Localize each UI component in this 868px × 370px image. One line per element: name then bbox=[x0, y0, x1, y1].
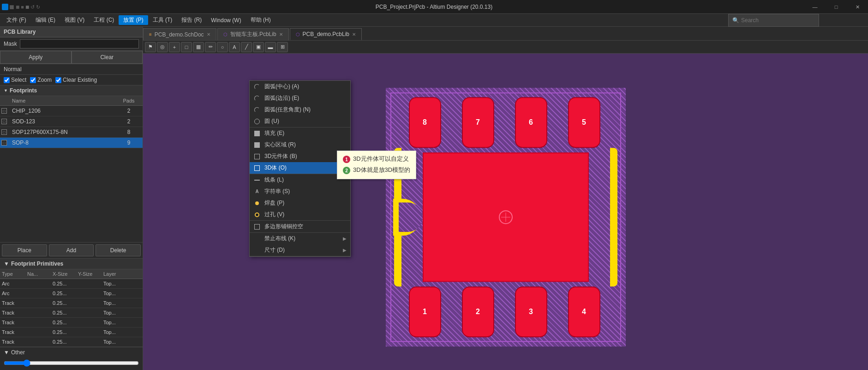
tab-pcbDemo[interactable]: ⬡ PCB_demo.PcbLib ✕ bbox=[290, 28, 362, 40]
menu-poly-copper[interactable]: 多边形铺铜控空 bbox=[250, 221, 350, 232]
minimize-btn[interactable]: — bbox=[804, 0, 826, 14]
menu-pad-label: 焊盘 (P) bbox=[264, 199, 284, 207]
table-row[interactable]: Arc 0.25... Top... bbox=[0, 279, 143, 289]
toolbar-circle[interactable]: ○ bbox=[217, 42, 228, 52]
toolbar-fill[interactable]: ▣ bbox=[253, 42, 264, 52]
pad-6: 6 bbox=[515, 97, 547, 148]
menu-dimension[interactable]: 尺寸 (D) ▶ bbox=[250, 244, 350, 256]
window-controls[interactable]: — □ ✕ bbox=[804, 0, 868, 14]
menu-project[interactable]: 工程 (C) bbox=[89, 15, 119, 25]
tab-schDoc[interactable]: ≡ PCB_demo.SchDoc ✕ bbox=[143, 28, 216, 40]
table-row[interactable]: Track 0.25... Top... bbox=[0, 328, 143, 337]
prim-ysize bbox=[76, 280, 102, 287]
menu-3d-body-custom[interactable]: 3D元件体 (B) bbox=[250, 151, 350, 162]
menu-no-route[interactable]: 禁止布线 (K) ▶ bbox=[250, 233, 350, 244]
clear-existing-option[interactable]: Clear Existing bbox=[55, 77, 97, 83]
tab-pcbLib-close[interactable]: ✕ bbox=[279, 32, 283, 37]
clear-existing-checkbox[interactable] bbox=[55, 77, 61, 83]
ic-body bbox=[423, 152, 589, 282]
triangle-icon: ▼ bbox=[4, 88, 8, 93]
zoom-option[interactable]: Zoom bbox=[30, 77, 52, 83]
menu-line[interactable]: 线条 (L) bbox=[250, 174, 350, 186]
circle-icon bbox=[253, 118, 261, 125]
menu-fill[interactable]: 填充 (E) bbox=[250, 127, 350, 139]
menu-via[interactable]: 过孔 (V) bbox=[250, 209, 350, 220]
menu-arc-center[interactable]: 圆弧(中心) (A) bbox=[250, 81, 350, 92]
clear-button[interactable]: Clear bbox=[72, 51, 143, 64]
list-item[interactable]: □ SOP-8 9 bbox=[0, 138, 143, 148]
tooltip: 1 3D元件体可以自定义 2 3D体就是放3D模型的 bbox=[337, 151, 416, 179]
pcb-canvas: 8 7 6 5 1 2 3 4 bbox=[386, 88, 626, 346]
menu-report[interactable]: 报告 (R) bbox=[177, 15, 206, 25]
prim-name bbox=[25, 299, 51, 307]
tab-schDoc-close[interactable]: ✕ bbox=[207, 32, 210, 37]
list-item[interactable]: □ SOP127P600X175-8N 8 bbox=[0, 127, 143, 138]
menu-view[interactable]: 视图 (V) bbox=[60, 15, 89, 25]
search-bar[interactable]: 🔍 bbox=[728, 14, 819, 27]
toolbar-filter[interactable]: ⚑ bbox=[145, 42, 156, 52]
menu-circle[interactable]: 圆 (U) bbox=[250, 115, 350, 127]
arrow-icon-2: ▶ bbox=[343, 248, 347, 253]
menu-3d-body[interactable]: 3D体 (O) bbox=[250, 162, 350, 174]
fill-icon bbox=[253, 130, 261, 137]
col-name-header: Name bbox=[8, 97, 115, 104]
table-row[interactable]: Track 0.25... Top... bbox=[0, 318, 143, 328]
pad-icon bbox=[253, 200, 261, 207]
place-button[interactable]: Place bbox=[2, 244, 47, 256]
prim-name bbox=[25, 328, 51, 336]
search-input[interactable] bbox=[741, 17, 815, 24]
normal-row: Normal bbox=[0, 64, 143, 75]
menu-place[interactable]: 放置 (P) bbox=[119, 15, 148, 25]
list-item[interactable]: □ SOD-123 2 bbox=[0, 116, 143, 127]
line-icon bbox=[253, 176, 261, 184]
clear-existing-label: Clear Existing bbox=[63, 77, 97, 83]
table-row[interactable]: Track 0.25... Top... bbox=[0, 298, 143, 308]
menu-tools[interactable]: 工具 (T) bbox=[148, 15, 177, 25]
apply-button[interactable]: Apply bbox=[0, 51, 72, 64]
fp-icon: □ bbox=[1, 108, 7, 114]
table-row[interactable]: Arc 0.25... Top... bbox=[0, 289, 143, 298]
solid-region-icon bbox=[253, 141, 261, 149]
menu-pad[interactable]: 焊盘 (P) bbox=[250, 197, 350, 209]
maximize-btn[interactable]: □ bbox=[826, 0, 847, 14]
fp-name: CHIP_1206 bbox=[8, 107, 115, 115]
toolbar-box[interactable]: ⊞ bbox=[277, 42, 288, 52]
toolbar-mask[interactable]: ◎ bbox=[157, 42, 168, 52]
app-icons: ■ ■ ■ ■ ↺ ↻ bbox=[2, 0, 40, 14]
list-item[interactable]: □ CHIP_1206 2 bbox=[0, 106, 143, 116]
select-option[interactable]: Select bbox=[4, 77, 26, 83]
other-section: ▼ Other bbox=[0, 347, 143, 358]
menu-window[interactable]: Window (W) bbox=[206, 16, 245, 24]
toolbar-rect[interactable]: □ bbox=[181, 42, 192, 52]
menu-text[interactable]: A 字符串 (S) bbox=[250, 186, 350, 197]
delete-button[interactable]: Delete bbox=[96, 244, 141, 256]
table-row[interactable]: Track 0.25... Top... bbox=[0, 308, 143, 318]
close-btn[interactable]: ✕ bbox=[847, 0, 868, 14]
menu-solid-region[interactable]: 实心区域 (R) bbox=[250, 139, 350, 151]
table-row[interactable]: Track 0.25... Top... bbox=[0, 337, 143, 347]
menu-file[interactable]: 文件 (F) bbox=[2, 15, 31, 25]
badge-1: 1 bbox=[343, 156, 350, 163]
add-button[interactable]: Add bbox=[49, 244, 94, 256]
tab-pcbLib[interactable]: ⬡ 智能车主板.PcbLib ✕ bbox=[217, 28, 289, 40]
fp-header-row: Type Na... X-Size Y-Size Layer bbox=[0, 269, 143, 279]
menu-edit[interactable]: 编辑 (E) bbox=[31, 15, 60, 25]
toolbar-add[interactable]: + bbox=[169, 42, 180, 52]
menu-arc-any[interactable]: 圆弧(任意角度) (N) bbox=[250, 104, 350, 115]
toolbar-text[interactable]: A bbox=[229, 42, 240, 52]
fp-pads: 9 bbox=[115, 139, 143, 147]
toolbar-pencil[interactable]: ✏ bbox=[205, 42, 216, 52]
prim-triangle-icon: ▼ bbox=[4, 261, 9, 267]
tab-pcbDemo-close[interactable]: ✕ bbox=[352, 32, 356, 37]
toolbar-barH[interactable]: ▬ bbox=[265, 42, 276, 52]
slider-input[interactable] bbox=[4, 359, 139, 367]
mask-input[interactable] bbox=[20, 39, 139, 49]
toolbar-chart[interactable]: ▦ bbox=[193, 42, 204, 52]
zoom-checkbox[interactable] bbox=[30, 77, 36, 83]
menu-arc-edge[interactable]: 圆弧(边沿) (E) bbox=[250, 92, 350, 104]
menu-help[interactable]: 帮助 (H) bbox=[246, 15, 275, 25]
select-checkbox[interactable] bbox=[4, 77, 10, 83]
toolbar-line[interactable]: ╱ bbox=[241, 42, 252, 52]
3d-body-icon bbox=[253, 164, 261, 172]
col-pads-header: Pads bbox=[115, 97, 143, 104]
